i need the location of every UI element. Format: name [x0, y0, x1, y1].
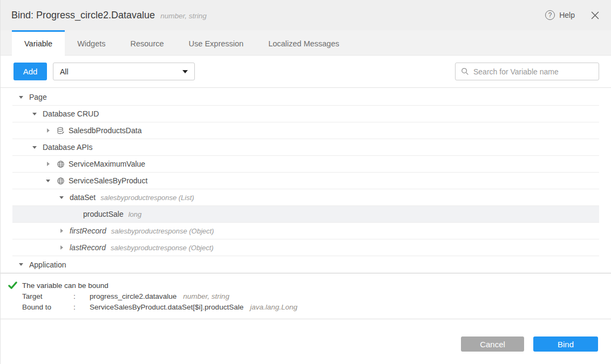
dropdown-caret-icon: [182, 70, 188, 73]
tree-node-label: ServiceSalesByProduct: [69, 176, 147, 185]
add-variable-button[interactable]: Add: [13, 63, 47, 80]
tree-node-label: firstRecord: [70, 226, 106, 235]
tab-resource[interactable]: Resource: [118, 30, 176, 55]
search-icon: [461, 67, 469, 75]
tab-localized-messages[interactable]: Localized Messages: [256, 30, 351, 55]
help-icon: ?: [545, 10, 555, 20]
tree-row-firstrecord[interactable]: firstRecordsalesbyproductresponse (Objec…: [12, 223, 599, 239]
tab-widgets[interactable]: Widgets: [65, 30, 118, 55]
tree-node-label: ServiceMaximumValue: [69, 160, 145, 168]
tree-node-label: productSale: [83, 210, 124, 218]
search-input[interactable]: [473, 67, 593, 76]
separator: :: [73, 303, 90, 311]
tab-variable[interactable]: Variable: [12, 30, 65, 56]
filter-selected-value: All: [60, 67, 69, 76]
tab-bar: VariableWidgetsResourceUse ExpressionLoc…: [1, 30, 611, 56]
cancel-button[interactable]: Cancel: [461, 336, 524, 352]
expand-arrow-icon[interactable]: [46, 128, 56, 133]
tree-node-type: salesbyproductresponse (List): [100, 194, 194, 202]
toolbar: Add All: [1, 56, 611, 88]
tab-label: Widgets: [77, 39, 105, 48]
help-button[interactable]: ? Help: [545, 10, 575, 20]
close-icon[interactable]: [591, 11, 599, 19]
status-message: The variable can be bound: [22, 281, 108, 290]
tree-row-database-apis[interactable]: Database APIs: [12, 139, 599, 156]
tab-label: Resource: [131, 39, 164, 48]
tree-node-label: SalesdbProductsData: [69, 126, 141, 135]
tree-row-application[interactable]: Application: [12, 256, 599, 273]
webservice-icon: [56, 160, 65, 168]
tab-label: Localized Messages: [268, 39, 339, 48]
tree-node-type: salesbyproductresponse (Object): [111, 227, 214, 235]
tree-node-label: dataSet: [70, 193, 96, 202]
tree-node-label: lastRecord: [70, 243, 106, 252]
tree-node-label: Database APIs: [43, 143, 93, 152]
dialog-header: Bind: Progress_circle2.Datavalue number,…: [1, 0, 611, 30]
bound-to-type: java.lang.Long: [250, 303, 297, 311]
tree-node-label: Database CRUD: [43, 109, 99, 118]
target-type: number, string: [183, 292, 229, 300]
variable-search-box: [455, 63, 599, 80]
tab-use-expression[interactable]: Use Expression: [176, 30, 256, 55]
tree-node-label: Application: [29, 260, 66, 269]
tree-row-servicesalesbyproduct[interactable]: ServiceSalesByProduct: [12, 173, 599, 189]
expand-arrow-icon[interactable]: [46, 162, 56, 166]
tree-node-label: Page: [29, 93, 47, 101]
binding-status-panel: The variable can be bound Target : progr…: [1, 273, 611, 319]
expand-arrow-icon[interactable]: [59, 229, 70, 233]
tab-label: Use Expression: [189, 39, 244, 48]
tree-row-salesdbproductsdata[interactable]: SalesdbProductsData: [12, 122, 599, 139]
dialog-title: Bind: Progress_circle2.Datavalue: [11, 10, 155, 21]
tree-row-page[interactable]: Page: [12, 89, 599, 106]
tree-row-dataset[interactable]: dataSetsalesbyproductresponse (List): [12, 189, 599, 206]
tree-row-database-crud[interactable]: Database CRUD: [12, 106, 599, 122]
bind-dialog: Bind: Progress_circle2.Datavalue number,…: [0, 0, 611, 364]
help-label: Help: [559, 11, 575, 19]
collapse-arrow-icon[interactable]: [19, 263, 29, 266]
collapse-arrow-icon[interactable]: [19, 96, 29, 99]
separator: :: [73, 292, 90, 300]
tree-row-servicemaximumvalue[interactable]: ServiceMaximumValue: [12, 156, 599, 173]
dialog-footer: Cancel Bind: [1, 319, 611, 352]
tree-row-productsale[interactable]: productSalelong: [12, 206, 599, 223]
variable-filter-select[interactable]: All: [53, 63, 195, 80]
collapse-arrow-icon[interactable]: [32, 113, 43, 115]
dialog-title-type: number, string: [160, 12, 207, 20]
bound-to-value: ServiceSalesByProduct.dataSet[$i].produc…: [90, 303, 243, 311]
variable-tree: PageDatabase CRUDSalesdbProductsDataData…: [1, 88, 611, 273]
target-label: Target: [22, 292, 73, 300]
bind-button[interactable]: Bind: [533, 336, 598, 352]
tree-node-type: salesbyproductresponse (Object): [111, 244, 214, 252]
webservice-icon: [56, 176, 65, 185]
tab-label: Variable: [24, 39, 52, 48]
expand-arrow-icon[interactable]: [59, 245, 70, 250]
bound-to-label: Bound to: [22, 303, 73, 311]
collapse-arrow-icon[interactable]: [46, 180, 56, 182]
success-check-icon: [8, 281, 17, 290]
database-icon: [56, 126, 65, 135]
collapse-arrow-icon[interactable]: [59, 196, 70, 199]
collapse-arrow-icon[interactable]: [32, 146, 43, 149]
tree-row-lastrecord[interactable]: lastRecordsalesbyproductresponse (Object…: [12, 239, 599, 256]
tree-node-type: long: [128, 210, 142, 218]
target-value: progress_circle2.datavalue: [90, 292, 176, 300]
